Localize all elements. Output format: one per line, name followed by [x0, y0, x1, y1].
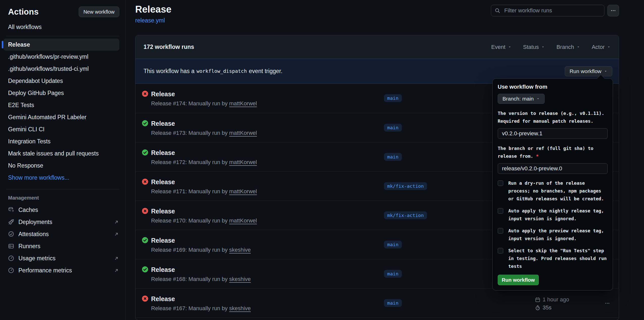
actor-link[interactable]: skeshive — [229, 305, 251, 311]
sidebar-item-gemini-cli-ci[interactable]: Gemini CLI CI — [3, 123, 119, 135]
filter-dropdown-status[interactable]: Status — [523, 44, 545, 50]
sidebar-item-usage-metrics[interactable]: Usage metrics — [0, 252, 125, 264]
actor-link[interactable]: mattKorwel — [229, 188, 257, 195]
management-list: CachesDeploymentsAttestationsRunnersUsag… — [0, 204, 125, 276]
filter-dropdown-event[interactable]: Event — [491, 44, 511, 50]
sidebar-item-gemini-automated-pr-labeler[interactable]: Gemini Automated PR Labeler — [3, 111, 119, 123]
page-header: Release release.yml — [135, 4, 619, 24]
workflow-options-kebab-button[interactable] — [607, 5, 619, 16]
branch-badge[interactable]: mk/fix-action — [384, 182, 427, 190]
page-title: Release — [135, 4, 172, 15]
ref-label-text: The branch or ref (full git sha) to rele… — [498, 146, 593, 159]
run-title-link[interactable]: Release — [151, 149, 175, 156]
branch-badge[interactable]: main — [384, 299, 402, 307]
run-description: Release #169: Manually run by skeshive — [151, 247, 251, 253]
ref-input[interactable] — [498, 163, 608, 174]
filter-label: Event — [491, 44, 505, 50]
run-title-link[interactable]: Release — [151, 90, 175, 98]
sidebar-item-deployments[interactable]: Deployments — [0, 216, 125, 228]
run-title-link[interactable]: Release — [151, 295, 175, 303]
chevron-down-icon — [541, 45, 545, 49]
sidebar-item-label: Attestations — [18, 231, 114, 238]
popover-checkbox-label[interactable]: Run a dry-run of the release process; no… — [508, 179, 608, 203]
actor-link[interactable]: mattKorwel — [229, 159, 257, 165]
branch-badge[interactable]: main — [384, 124, 402, 132]
branch-badge[interactable]: main — [384, 270, 402, 278]
runs-panel-header: 172 workflow runs EventStatusBranchActor — [135, 35, 619, 59]
version-input[interactable] — [498, 128, 608, 139]
ref-input-label: The branch or ref (full git sha) to rele… — [498, 144, 608, 160]
branch-badge[interactable]: mk/fix-action — [384, 211, 427, 219]
sidebar-item-show-more-workflows[interactable]: Show more workflows... — [3, 172, 119, 184]
run-workflow-submit-button[interactable]: Run workflow — [498, 275, 539, 285]
filter-dropdown-actor[interactable]: Actor — [592, 44, 611, 50]
run-duration: 35s — [543, 304, 551, 311]
actor-link[interactable]: skeshive — [229, 276, 251, 282]
sidebar-item-e2e-tests[interactable]: E2E Tests — [3, 99, 119, 111]
banner-text-prefix: This workflow has a — [144, 68, 194, 75]
popover-checkbox-1[interactable] — [498, 180, 503, 186]
sidebar-item-integration-tests[interactable]: Integration Tests — [3, 135, 119, 147]
filter-workflow-runs-input[interactable] — [491, 5, 604, 16]
sidebar-item-label: Caches — [18, 207, 119, 213]
runs-filters: EventStatusBranchActor — [491, 44, 611, 50]
banner-text-suffix: event trigger. — [249, 68, 283, 75]
workflow-run-row[interactable]: Release Release #167: Manually run by sk… — [135, 288, 619, 317]
popover-checkbox-label[interactable]: Auto apply the nightly release tag, inpu… — [508, 207, 608, 222]
filter-label: Branch — [556, 44, 574, 50]
popover-heading: Use workflow from — [498, 84, 608, 90]
actor-link[interactable]: mattKorwel — [229, 130, 257, 136]
branch-badge[interactable]: main — [384, 241, 402, 248]
arrow-up-right-icon — [114, 256, 119, 261]
arrow-up-right-icon — [114, 220, 119, 225]
branch-badge[interactable]: main — [384, 153, 402, 161]
sidebar-item-caches[interactable]: Caches — [0, 204, 125, 216]
workflow-file-link[interactable]: release.yml — [135, 17, 165, 24]
branch-badge[interactable]: main — [384, 94, 402, 102]
sidebar-item--github-workflows-trusted-ci-yml[interactable]: .github/workflows/trusted-ci.yml — [3, 63, 119, 75]
run-workflow-dropdown-label: Run workflow — [570, 68, 601, 74]
sidebar-item--github-workflows-pr-review-yml[interactable]: .github/workflows/pr-review.yml — [3, 51, 119, 63]
sidebar-item-deploy-github-pages[interactable]: Deploy GitHub Pages — [3, 87, 119, 99]
branch-select-button[interactable]: Branch: main — [498, 94, 545, 104]
actor-link[interactable]: mattKorwel — [229, 217, 257, 224]
popover-checkbox-label[interactable]: Auto apply the preview release tag, inpu… — [508, 227, 608, 242]
run-title-link[interactable]: Release — [151, 207, 175, 215]
kebab-icon — [605, 301, 610, 306]
sidebar-item-label: Usage metrics — [18, 255, 114, 262]
popover-checkbox-3[interactable] — [498, 228, 503, 234]
actor-link[interactable]: mattKorwel — [229, 100, 257, 107]
sidebar-item-all-workflows[interactable]: All workflows — [8, 24, 125, 30]
workflow-list: Release.github/workflows/pr-review.yml.g… — [0, 39, 125, 184]
run-title-link[interactable]: Release — [151, 178, 175, 186]
popover-checkbox-label[interactable]: Select to skip the "Run Tests" step in t… — [508, 247, 608, 270]
partial-next-row — [135, 317, 619, 320]
sidebar-item-dependabot-updates[interactable]: Dependabot Updates — [3, 75, 119, 87]
sidebar-item-release[interactable]: Release — [3, 39, 119, 51]
runs-count: 172 workflow runs — [144, 44, 194, 50]
run-title-link[interactable]: Release — [151, 120, 175, 127]
popover-checkbox-2[interactable] — [498, 208, 503, 214]
run-options-kebab-button[interactable] — [603, 299, 611, 307]
filter-dropdown-branch[interactable]: Branch — [556, 44, 580, 50]
run-description: Release #170: Manually run by mattKorwel — [151, 217, 257, 224]
filter-label: Actor — [592, 44, 605, 50]
required-asterisk: * — [536, 153, 539, 159]
failure-x-icon — [142, 208, 148, 214]
sidebar-item-mark-stale-issues-and-pull-requests[interactable]: Mark stale issues and pull requests — [3, 147, 119, 159]
run-title-link[interactable]: Release — [151, 266, 175, 273]
actor-link[interactable]: skeshive — [229, 247, 251, 253]
run-workflow-dropdown-button[interactable]: Run workflow — [565, 66, 612, 76]
version-input-label: The version to release (e.g., v0.1.11). … — [498, 109, 608, 125]
run-title-link[interactable]: Release — [151, 237, 175, 244]
new-workflow-button[interactable]: New workflow — [79, 7, 119, 17]
sidebar-item-runners[interactable]: Runners — [0, 240, 125, 252]
sidebar-item-performance-metrics[interactable]: Performance metrics — [0, 264, 125, 276]
sidebar-item-no-response[interactable]: No Response — [3, 159, 119, 172]
run-description: Release #168: Manually run by skeshive — [151, 276, 251, 282]
success-check-icon — [142, 149, 148, 155]
sidebar-divider — [6, 36, 119, 36]
sidebar-item-attestations[interactable]: Attestations — [0, 228, 125, 240]
popover-checkbox-4[interactable] — [498, 248, 503, 253]
run-meta: 1 hour ago 35s — [535, 296, 569, 311]
